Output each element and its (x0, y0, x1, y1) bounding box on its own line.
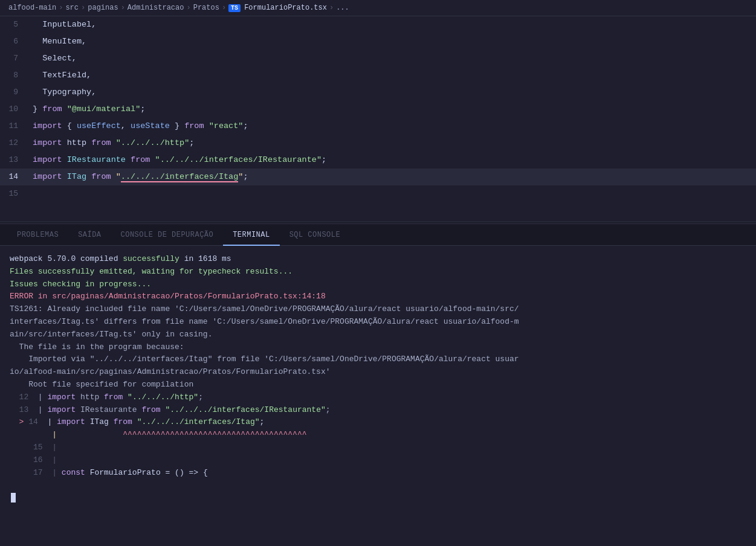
line-number: 8 (0, 67, 30, 84)
line-content: TextField, (30, 67, 756, 84)
breadcrumb-sep: › (121, 4, 125, 12)
line-content: Select, (30, 50, 756, 67)
code-line-13: 13 import IRestaurante from "../../../in… (0, 152, 756, 169)
code-lines: 5 InputLabel, 6 MenuItem, 7 Select, 8 Te… (0, 16, 756, 202)
breadcrumb-sep: › (186, 4, 190, 12)
terminal-line: Issues checking in progress... (10, 278, 746, 291)
breadcrumb-sep: › (329, 4, 334, 12)
line-number: 12 (0, 135, 30, 152)
terminal-line: Imported via "../../../interfaces/Itag" … (10, 353, 746, 366)
line-content: InputLabel, (30, 16, 756, 33)
breadcrumb-suffix: ... (336, 4, 349, 12)
code-line-9: 9 Typography, (0, 84, 756, 101)
breadcrumb-part: Administracao (128, 4, 184, 12)
line-number: 14 (0, 169, 30, 185)
tab-saida[interactable]: SAÍDA (68, 224, 111, 246)
line-number: 5 (0, 16, 30, 33)
terminal-tabs: PROBLEMAS SAÍDA CONSOLE DE DEPURAÇÃO TER… (0, 224, 756, 246)
terminal-line-carets: | ^^^^^^^^^^^^^^^^^^^^^^^^^^^^^^^^^^^^^^… (10, 429, 746, 442)
terminal-content: webpack 5.70.0 compiled successfully in … (0, 246, 756, 546)
tab-console-depuracao[interactable]: CONSOLE DE DEPURAÇÃO (111, 224, 224, 246)
line-content: Typography, (30, 84, 756, 101)
line-number: 11 (0, 118, 30, 135)
terminal-line-error-ref: > 14 | import ITag from "../../../interf… (10, 416, 746, 429)
terminal-line: ain/src/interfaces/ITag.ts' only in casi… (10, 329, 746, 341)
breadcrumb: alfood-main › src › paginas › Administra… (0, 0, 756, 16)
breadcrumb-sep: › (222, 4, 226, 12)
code-editor: 5 InputLabel, 6 MenuItem, 7 Select, 8 Te… (0, 16, 756, 222)
terminal-line: 16 | (10, 454, 746, 467)
ts-badge: TS (228, 4, 241, 12)
tab-terminal[interactable]: TERMINAL (223, 224, 279, 246)
breadcrumb-filename: FormularioPrato.tsx (244, 4, 327, 12)
code-line-11: 11 import { useEffect, useState } from "… (0, 118, 756, 135)
tab-sql-console[interactable]: SQL CONSOLE (280, 224, 351, 246)
line-content: } from "@mui/material"; (30, 101, 756, 118)
line-content: import IRestaurante from "../../../inter… (30, 152, 756, 169)
code-line-15: 15 (0, 185, 756, 202)
code-line-12: 12 import http from "../../../http"; (0, 135, 756, 152)
terminal-line: 13 | import IRestaurante from "../../../… (10, 404, 746, 417)
breadcrumb-part: paginas (88, 4, 118, 12)
breadcrumb-part: src (65, 4, 79, 12)
line-content: import { useEffect, useState } from "rea… (30, 118, 756, 135)
code-line-6: 6 MenuItem, (0, 33, 756, 50)
code-line-10: 10 } from "@mui/material"; (0, 101, 756, 118)
terminal-line: interfaces/Itag.ts' differs from file na… (10, 316, 746, 329)
terminal-line: The file is in the program because: (10, 341, 746, 354)
line-number: 7 (0, 50, 30, 67)
tab-problemas[interactable]: PROBLEMAS (7, 224, 68, 246)
code-line-7: 7 Select, (0, 50, 756, 67)
breadcrumb-part: Pratos (193, 4, 219, 12)
line-number: 10 (0, 101, 30, 118)
line-number: 13 (0, 152, 30, 169)
terminal-line: Root file specified for compilation (10, 379, 746, 391)
line-number: 15 (0, 185, 30, 202)
terminal-prompt (10, 492, 746, 504)
terminal-line: io/alfood-main/src/paginas/Administracao… (10, 366, 746, 379)
breadcrumb-sep: › (81, 4, 85, 12)
code-line-14: 14 import ITag from "../../../interfaces… (0, 169, 756, 185)
code-line-5: 5 InputLabel, (0, 16, 756, 33)
breadcrumb-sep: › (59, 4, 63, 12)
terminal-line: 15 | (10, 442, 746, 454)
line-number: 6 (0, 33, 30, 50)
line-content: import ITag from "../../../interfaces/It… (30, 169, 756, 185)
breadcrumb-part: alfood-main (8, 4, 56, 12)
line-content: MenuItem, (30, 33, 756, 50)
terminal-line: TS1261: Already included file name 'C:/U… (10, 303, 746, 316)
terminal-line-error: ERROR in src/paginas/Administracao/Prato… (10, 291, 746, 303)
line-content: import http from "../../../http"; (30, 135, 756, 152)
line-number: 9 (0, 84, 30, 101)
terminal-line: 17 | const FormularioPrato = () => { (10, 467, 746, 480)
terminal-line: Files successfully emitted, waiting for … (10, 266, 746, 278)
code-line-8: 8 TextField, (0, 67, 756, 84)
terminal-line: webpack 5.70.0 compiled successfully in … (10, 253, 746, 266)
terminal-line: 12 | import http from "../../../http"; (10, 391, 746, 404)
